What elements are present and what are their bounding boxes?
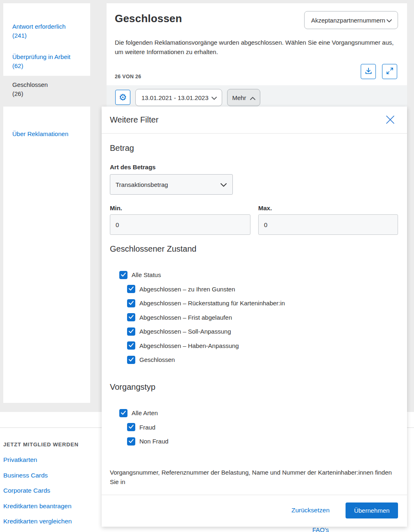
case-type-heading: Vorgangstyp xyxy=(110,382,155,392)
sidebar-card-top: Antwort erforderlich (241) Überprüfung i… xyxy=(3,3,90,76)
close-icon xyxy=(385,120,395,126)
filter-settings-button[interactable]: ⚙︎ xyxy=(115,90,130,105)
footer-link[interactable]: Kreditkarten vergleichen xyxy=(3,518,72,525)
gear-icon: ⚙︎ xyxy=(119,93,127,102)
checkbox-checked[interactable] xyxy=(119,271,127,279)
checkbox-label: Abgeschlossen – Rückerstattung für Karte… xyxy=(139,300,285,307)
amount-section-heading: Betrag xyxy=(110,143,134,153)
min-amount-input[interactable] xyxy=(110,214,250,235)
panel-divider xyxy=(102,495,407,495)
merchant-numbers-dropdown[interactable]: Akzeptanzpartnernummern xyxy=(304,11,398,29)
checkbox-row: Alle Status xyxy=(119,271,285,279)
checkmark-icon xyxy=(121,271,126,279)
amount-type-dropdown[interactable]: Transaktionsbetrag xyxy=(110,174,233,195)
footer-link[interactable]: Privatkarten xyxy=(3,456,72,464)
checkmark-icon xyxy=(128,423,134,431)
checkbox-label: Non Fraud xyxy=(139,438,168,445)
checkbox-row: Geschlossen xyxy=(127,355,285,364)
more-filters-panel: Weitere Filter Betrag Art des Betrags Tr… xyxy=(102,107,407,527)
footer-link[interactable]: Business Cards xyxy=(3,472,72,480)
chevron-down-icon xyxy=(212,94,217,101)
footer-links: PrivatkartenBusiness CardsCorporate Card… xyxy=(3,456,72,532)
sidebar-item-count: (241) xyxy=(12,32,27,39)
more-filters-button[interactable]: Mehr xyxy=(227,89,260,106)
checkbox-label: Geschlossen xyxy=(139,356,175,363)
footer-link[interactable]: Corporate Cards xyxy=(3,487,72,495)
more-filters-label: Mehr xyxy=(232,94,246,101)
expand-button[interactable] xyxy=(382,64,397,79)
sidebar-item-label: Antwort erforderlich xyxy=(12,23,66,30)
checkbox-label: Fraud xyxy=(139,424,155,431)
checkbox-checked[interactable] xyxy=(127,299,135,307)
chevron-up-icon xyxy=(250,94,255,101)
checkbox-label: Abgeschlossen – Haben-Anpassung xyxy=(139,342,239,349)
sidebar-item-count: (26) xyxy=(12,90,23,97)
footer-link[interactable]: Kreditkarten beantragen xyxy=(3,502,72,510)
date-range-dropdown[interactable]: 13.01.2021 - 13.01.2023 xyxy=(135,89,222,106)
page-description: Die folgenden Reklamationsvorgänge wurde… xyxy=(115,38,402,57)
panel-divider xyxy=(102,133,407,134)
checkbox-label: Abgeschlossen – Frist abgelaufen xyxy=(139,314,232,321)
amount-type-label: Art des Betrags xyxy=(110,164,156,171)
checkbox-row: Abgeschlossen – Haben-Anpassung xyxy=(127,341,285,350)
reset-button[interactable]: Zurücksetzen xyxy=(291,507,330,514)
checkbox-label: Alle Arten xyxy=(132,409,158,416)
checkbox-row: Fraud xyxy=(127,423,168,432)
checkbox-label: Abgeschlossen – Soll-Anpassung xyxy=(139,328,231,335)
filter-panel-title: Weitere Filter xyxy=(110,115,159,125)
checkbox-row: Abgeschlossen – zu Ihren Gunsten xyxy=(127,285,285,293)
sidebar-item-label: Geschlossen xyxy=(12,81,48,88)
results-count: 26 VON 26 xyxy=(115,74,141,80)
checkmark-icon xyxy=(128,328,134,335)
checkbox-checked[interactable] xyxy=(127,313,135,321)
checkbox-row: Abgeschlossen – Soll-Anpassung xyxy=(127,327,285,336)
checkmark-icon xyxy=(128,356,134,364)
max-label: Max. xyxy=(258,205,272,211)
amount-type-value: Transaktionsbetrag xyxy=(116,181,168,188)
download-button[interactable] xyxy=(361,64,376,79)
sidebar-item-count: (62) xyxy=(12,62,23,69)
checkbox-checked[interactable] xyxy=(119,409,127,417)
checkbox-row: Abgeschlossen – Rückerstattung für Karte… xyxy=(127,299,285,307)
max-amount-input[interactable] xyxy=(258,214,398,235)
min-label: Min. xyxy=(110,205,122,211)
filter-panel-note: Vorgangsnummer, Referenznummer der Belas… xyxy=(110,468,400,487)
checkbox-checked[interactable] xyxy=(127,437,135,446)
sidebar-item-ueberpruefung-in-arbeit[interactable]: Überprüfung in Arbeit (62) xyxy=(12,52,71,70)
checkbox-checked[interactable] xyxy=(127,341,135,350)
checkbox-row: Alle Arten xyxy=(119,409,168,417)
download-icon xyxy=(364,67,373,76)
faq-link[interactable]: FAQ's xyxy=(312,526,329,532)
sidebar-item-ueber-reklamationen[interactable]: Über Reklamationen xyxy=(12,130,68,139)
closed-status-heading: Geschlossener Zustand xyxy=(110,244,196,254)
apply-button[interactable]: Übernehmen xyxy=(346,502,398,518)
case-type-checkbox-group: Alle ArtenFraudNon Fraud xyxy=(119,409,168,451)
merchant-numbers-dropdown-value: Akzeptanzpartnernummern xyxy=(311,17,385,24)
checkmark-icon xyxy=(128,314,134,321)
filter-bar: ⚙︎ 13.01.2021 - 13.01.2023 Mehr xyxy=(107,85,407,110)
close-button[interactable] xyxy=(385,115,396,125)
closed-status-checkbox-group: Alle StatusAbgeschlossen – zu Ihren Guns… xyxy=(119,271,285,370)
checkbox-label: Alle Status xyxy=(132,271,161,278)
checkbox-row: Non Fraud xyxy=(127,437,168,446)
page-title: Geschlossen xyxy=(115,12,182,25)
sidebar-item-geschlossen-selected[interactable]: Geschlossen (26) xyxy=(12,80,48,98)
sidebar-card-about: Über Reklamationen xyxy=(3,107,90,403)
expand-icon xyxy=(386,67,394,76)
checkbox-checked[interactable] xyxy=(127,327,135,336)
checkbox-checked[interactable] xyxy=(127,356,135,364)
checkbox-row: Abgeschlossen – Frist abgelaufen xyxy=(127,313,285,322)
checkmark-icon xyxy=(128,438,134,445)
date-range-value: 13.01.2021 - 13.01.2023 xyxy=(141,94,208,101)
checkbox-checked[interactable] xyxy=(127,423,135,431)
chevron-down-icon xyxy=(221,181,227,188)
footer-heading: JETZT MITGLIED WERDEN xyxy=(3,441,79,448)
sidebar-item-label: Überprüfung in Arbeit xyxy=(12,53,71,60)
checkmark-icon xyxy=(128,285,134,293)
sidebar-item-antwort-erforderlich[interactable]: Antwort erforderlich (241) xyxy=(12,22,66,40)
chevron-down-icon xyxy=(387,17,392,24)
checkmark-icon xyxy=(128,342,134,349)
checkbox-label: Abgeschlossen – zu Ihren Gunsten xyxy=(139,286,235,293)
checkbox-checked[interactable] xyxy=(127,285,135,293)
checkmark-icon xyxy=(121,409,126,417)
